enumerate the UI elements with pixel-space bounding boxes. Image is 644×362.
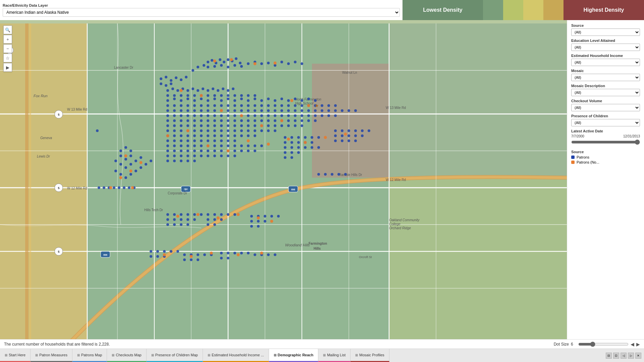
svg-point-337 xyxy=(186,144,189,147)
svg-point-343 xyxy=(227,144,229,147)
svg-point-372 xyxy=(227,155,229,157)
svg-point-510 xyxy=(287,138,290,141)
svg-point-127 xyxy=(222,87,224,90)
zoom-out-button[interactable]: − xyxy=(3,44,12,53)
svg-point-348 xyxy=(260,144,263,147)
tab-presence-of-children-map[interactable]: ⊞ Presence of Children Map xyxy=(147,349,203,362)
svg-point-359 xyxy=(233,149,236,152)
svg-point-447 xyxy=(213,223,216,226)
tab-patron-measures-label: Patron Measures xyxy=(39,353,67,357)
dot-size-control: Dot Size 6 ◀ ▶ xyxy=(554,342,640,347)
svg-point-274 xyxy=(186,124,189,127)
dot-size-slider[interactable] xyxy=(578,342,629,347)
race-ethnicity-dropdown[interactable]: American Indian and Alaska Native xyxy=(3,8,400,17)
tab-demographic-reach[interactable]: ⊞ Demographic Reach xyxy=(269,349,318,362)
svg-point-108 xyxy=(165,76,167,78)
arrow-button[interactable]: ▶ xyxy=(3,63,12,72)
tab-income-label: Estimated Household Income ... xyxy=(212,353,264,357)
svg-point-459 xyxy=(156,250,159,253)
svg-point-404 xyxy=(354,129,357,132)
window-btn-4[interactable]: ▷ xyxy=(628,353,634,359)
bookmark-button[interactable]: ☆ xyxy=(3,54,12,62)
date-range-slider[interactable] xyxy=(571,139,640,145)
education-dropdown[interactable]: (All) xyxy=(571,44,640,51)
svg-point-480 xyxy=(227,257,229,259)
svg-point-527 xyxy=(190,255,193,258)
source-dropdown[interactable]: (All) xyxy=(571,28,640,36)
mosaic-dropdown[interactable]: (All) xyxy=(571,74,640,81)
svg-point-414 xyxy=(347,139,350,142)
svg-point-330 xyxy=(213,139,216,142)
svg-point-379 xyxy=(284,136,286,139)
svg-point-327 xyxy=(193,139,196,142)
checkout-dropdown[interactable]: (All) xyxy=(571,104,640,111)
svg-point-522 xyxy=(217,217,220,220)
svg-point-308 xyxy=(274,129,276,132)
svg-point-307 xyxy=(267,129,270,132)
svg-text:W 12 Mile Rd: W 12 Mile Rd xyxy=(386,178,406,182)
svg-point-140 xyxy=(233,94,236,97)
tab-patrons-map-label: Patrons Map xyxy=(81,353,102,357)
svg-point-122 xyxy=(197,89,199,92)
date-range-section: Latest Active Date 7/7/2000 12/31/2013 xyxy=(571,129,640,146)
svg-point-279 xyxy=(220,124,223,127)
window-btn-5[interactable]: ✕ xyxy=(635,353,641,359)
svg-point-458 xyxy=(150,250,152,253)
svg-text:Corporate Dr: Corporate Dr xyxy=(168,191,187,195)
window-btn-1[interactable]: ⊟ xyxy=(606,353,612,359)
svg-text:696: 696 xyxy=(291,188,295,191)
svg-point-232 xyxy=(233,114,236,117)
nav-right-icon[interactable]: ▶ xyxy=(636,342,640,347)
svg-point-398 xyxy=(297,151,300,154)
svg-point-268 xyxy=(301,119,303,122)
nav-left-icon[interactable]: ◀ xyxy=(631,342,634,347)
svg-point-451 xyxy=(270,215,273,218)
svg-point-487 xyxy=(317,173,320,176)
svg-point-249 xyxy=(173,119,176,122)
tab-mailing-list[interactable]: ⊞ Mailing List xyxy=(318,349,351,362)
tab-start-here[interactable]: ⊞ Start Here xyxy=(0,349,31,362)
svg-point-434 xyxy=(166,223,169,226)
svg-point-289 xyxy=(287,124,290,127)
svg-point-110 xyxy=(175,76,177,79)
children-dropdown[interactable]: (All) xyxy=(571,119,640,126)
svg-point-234 xyxy=(247,114,250,117)
svg-text:Oakland Community: Oakland Community xyxy=(389,218,420,222)
svg-point-240 xyxy=(287,114,290,117)
svg-point-501 xyxy=(240,114,243,117)
svg-point-210 xyxy=(280,109,283,112)
window-btn-3[interactable]: ◁ xyxy=(621,353,627,359)
svg-point-442 xyxy=(233,213,236,216)
svg-point-100 xyxy=(119,173,122,176)
tab-mosaic-label: Mosaic Profiles xyxy=(359,353,384,357)
tab-income-icon: ⊞ xyxy=(208,353,210,357)
tab-estimated-household-income[interactable]: ⊞ Estimated Household Income ... xyxy=(203,349,269,362)
search-button[interactable]: 🔍 xyxy=(3,25,12,34)
window-btn-2[interactable]: ⊡ xyxy=(613,353,619,359)
map-container[interactable]: I 696 696 696 Fox Run Geneva Lewis Dr W … xyxy=(0,20,567,349)
svg-point-291 xyxy=(301,124,303,127)
svg-point-191 xyxy=(327,104,330,107)
income-dropdown[interactable]: (All) xyxy=(571,59,640,66)
svg-point-368 xyxy=(200,155,203,157)
svg-point-391 xyxy=(290,146,293,149)
tab-mosaic-profiles[interactable]: ⊞ Mosaic Profiles xyxy=(351,349,389,362)
mosaic-desc-dropdown[interactable]: (All) xyxy=(571,89,640,96)
svg-point-223 xyxy=(173,114,176,117)
tab-checkouts-map[interactable]: ⊞ Checkouts Map xyxy=(107,349,146,362)
svg-point-486 xyxy=(98,186,100,189)
svg-point-156 xyxy=(247,99,250,102)
svg-point-109 xyxy=(170,79,172,82)
tab-patrons-map[interactable]: ⊞ Patrons Map xyxy=(72,349,107,362)
svg-point-397 xyxy=(290,151,293,154)
zoom-in-button[interactable]: + xyxy=(3,35,12,44)
svg-point-463 xyxy=(150,255,152,258)
svg-point-332 xyxy=(227,139,229,142)
svg-point-262 xyxy=(260,119,263,122)
svg-point-425 xyxy=(180,213,182,216)
svg-point-338 xyxy=(193,144,196,147)
svg-point-178 xyxy=(240,104,243,107)
tab-patron-measures[interactable]: ⊞ Patron Measures xyxy=(31,349,72,362)
svg-point-138 xyxy=(220,94,223,97)
svg-point-217 xyxy=(327,109,330,112)
